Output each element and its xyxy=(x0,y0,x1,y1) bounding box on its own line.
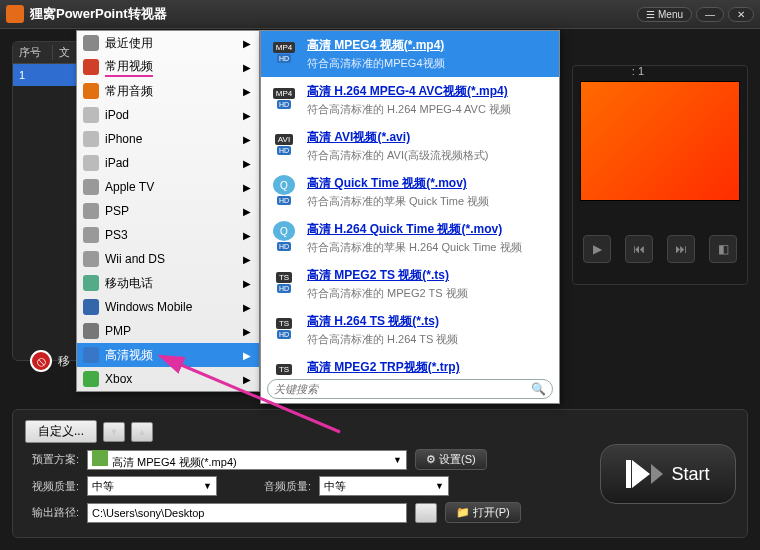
format-item-0[interactable]: MP4HD高清 MPEG4 视频(*.mp4)符合高清标准的MPEG4视频 xyxy=(261,31,559,77)
chevron-right-icon: ▶ xyxy=(243,110,251,121)
remove-icon[interactable]: ⦸ xyxy=(30,350,52,372)
output-path-input[interactable] xyxy=(87,503,407,523)
category-item-12[interactable]: PMP▶ xyxy=(77,319,259,343)
format-item-6[interactable]: TSHD高清 H.264 TS 视频(*.ts)符合高清标准的 H.264 TS… xyxy=(261,307,559,353)
category-icon xyxy=(83,35,99,51)
preset-select[interactable]: 高清 MPEG4 视频(*.mp4) ▼ xyxy=(87,450,407,470)
category-icon xyxy=(83,131,99,147)
category-label: PSP xyxy=(105,204,129,218)
format-subtitle: 符合高清标准的 AVI(高级流视频格式) xyxy=(307,148,488,163)
video-quality-select[interactable]: 中等▼ xyxy=(87,476,217,496)
minimize-button[interactable]: — xyxy=(696,7,724,22)
video-quality-value: 中等 xyxy=(92,479,114,494)
category-label: Xbox xyxy=(105,372,132,386)
category-icon xyxy=(83,227,99,243)
category-label: 常用音频 xyxy=(105,83,153,100)
category-label: 移动电话 xyxy=(105,275,153,292)
category-label: Apple TV xyxy=(105,180,154,194)
category-item-9[interactable]: Wii and DS▶ xyxy=(77,247,259,271)
category-item-4[interactable]: iPhone▶ xyxy=(77,127,259,151)
format-subtitle: 符合高清标准的 MPEG2 TS 视频 xyxy=(307,286,468,301)
search-icon[interactable]: 🔍 xyxy=(531,382,546,396)
category-item-2[interactable]: 常用音频▶ xyxy=(77,79,259,103)
format-icon: QHD xyxy=(269,175,299,205)
category-item-10[interactable]: 移动电话▶ xyxy=(77,271,259,295)
category-item-1[interactable]: 常用视频▶ xyxy=(77,55,259,79)
preset-value: 高清 MPEG4 视频(*.mp4) xyxy=(112,456,237,468)
category-item-14[interactable]: Xbox▶ xyxy=(77,367,259,391)
category-label: iPod xyxy=(105,108,129,122)
category-icon xyxy=(83,179,99,195)
format-icon: TSHD xyxy=(269,267,299,297)
menu-button[interactable]: ☰ Menu xyxy=(637,7,692,22)
format-item-7[interactable]: TSHD高清 MPEG2 TRP视频(*.trp) xyxy=(261,353,559,375)
category-item-5[interactable]: iPad▶ xyxy=(77,151,259,175)
category-icon xyxy=(83,347,99,363)
format-item-1[interactable]: MP4HD高清 H.264 MPEG-4 AVC视频(*.mp4)符合高清标准的… xyxy=(261,77,559,123)
format-icon: TSHD xyxy=(269,359,299,375)
category-label: 最近使用 xyxy=(105,35,153,52)
format-search-input[interactable] xyxy=(274,383,531,395)
category-item-13[interactable]: 高清视频▶ xyxy=(77,343,259,367)
format-icon: MP4HD xyxy=(269,37,299,67)
title-bar: 狸窝PowerPoint转视器 ☰ Menu — ✕ xyxy=(0,0,760,28)
category-item-0[interactable]: 最近使用▶ xyxy=(77,31,259,55)
preset-icon xyxy=(92,450,108,466)
audio-quality-value: 中等 xyxy=(324,479,346,494)
category-item-11[interactable]: Windows Mobile▶ xyxy=(77,295,259,319)
chevron-right-icon: ▶ xyxy=(243,350,251,361)
format-title: 高清 H.264 Quick Time 视频(*.mov) xyxy=(307,221,522,238)
format-subtitle: 符合高清标准的苹果 Quick Time 视频 xyxy=(307,194,489,209)
settings-button[interactable]: ⚙ 设置(S) xyxy=(415,449,487,470)
format-item-4[interactable]: QHD高清 H.264 Quick Time 视频(*.mov)符合高清标准的苹… xyxy=(261,215,559,261)
remove-label: 移 xyxy=(58,353,70,370)
snapshot-button[interactable]: ◧ xyxy=(709,235,737,263)
format-list[interactable]: MP4HD高清 MPEG4 视频(*.mp4)符合高清标准的MPEG4视频MP4… xyxy=(261,31,559,375)
category-item-6[interactable]: Apple TV▶ xyxy=(77,175,259,199)
category-menu: 最近使用▶常用视频▶常用音频▶iPod▶iPhone▶iPad▶Apple TV… xyxy=(76,30,260,392)
preset-up-toggle[interactable]: ▲ xyxy=(131,422,153,442)
category-label: iPhone xyxy=(105,132,142,146)
category-icon xyxy=(83,83,99,99)
category-item-8[interactable]: PS3▶ xyxy=(77,223,259,247)
chevron-right-icon: ▶ xyxy=(243,254,251,265)
open-folder-button[interactable]: 📁 打开(P) xyxy=(445,502,521,523)
format-subtitle: 符合高清标准的MPEG4视频 xyxy=(307,56,445,71)
chevron-right-icon: ▶ xyxy=(243,278,251,289)
play-button[interactable]: ▶ xyxy=(583,235,611,263)
preview-time: : 1 xyxy=(632,65,644,77)
prev-button[interactable]: ⏮ xyxy=(625,235,653,263)
preset-dropdown-toggle[interactable]: ▼ xyxy=(103,422,125,442)
chevron-right-icon: ▶ xyxy=(243,62,251,73)
format-title: 高清 MPEG2 TS 视频(*.ts) xyxy=(307,267,468,284)
next-button[interactable]: ⏭ xyxy=(667,235,695,263)
format-submenu: MP4HD高清 MPEG4 视频(*.mp4)符合高清标准的MPEG4视频MP4… xyxy=(260,30,560,404)
category-label: PMP xyxy=(105,324,131,338)
format-subtitle: 符合高清标准的苹果 H.264 Quick Time 视频 xyxy=(307,240,522,255)
custom-preset-button[interactable]: 自定义... xyxy=(25,420,97,443)
category-icon xyxy=(83,323,99,339)
format-icon: AVIHD xyxy=(269,129,299,159)
audio-quality-select[interactable]: 中等▼ xyxy=(319,476,449,496)
category-icon xyxy=(83,275,99,291)
chevron-down-icon: ▼ xyxy=(435,481,444,491)
category-item-3[interactable]: iPod▶ xyxy=(77,103,259,127)
format-item-2[interactable]: AVIHD高清 AVI视频(*.avi)符合高清标准的 AVI(高级流视频格式) xyxy=(261,123,559,169)
preview-controls: ▶ ⏮ ⏭ ◧ xyxy=(580,229,740,269)
chevron-right-icon: ▶ xyxy=(243,134,251,145)
chevron-right-icon: ▶ xyxy=(243,86,251,97)
category-item-7[interactable]: PSP▶ xyxy=(77,199,259,223)
close-button[interactable]: ✕ xyxy=(728,7,754,22)
category-icon xyxy=(83,371,99,387)
preview-video xyxy=(580,81,740,201)
format-item-5[interactable]: TSHD高清 MPEG2 TS 视频(*.ts)符合高清标准的 MPEG2 TS… xyxy=(261,261,559,307)
format-item-3[interactable]: QHD高清 Quick Time 视频(*.mov)符合高清标准的苹果 Quic… xyxy=(261,169,559,215)
chevron-right-icon: ▶ xyxy=(243,38,251,49)
category-label: 常用视频 xyxy=(105,58,153,77)
col-num: 序号 xyxy=(13,45,53,60)
category-label: Windows Mobile xyxy=(105,300,192,314)
start-button[interactable]: Start xyxy=(600,444,736,504)
file-row-num: 1 xyxy=(13,69,53,81)
category-label: 高清视频 xyxy=(105,347,153,364)
browse-path-button[interactable]: … xyxy=(415,503,437,523)
